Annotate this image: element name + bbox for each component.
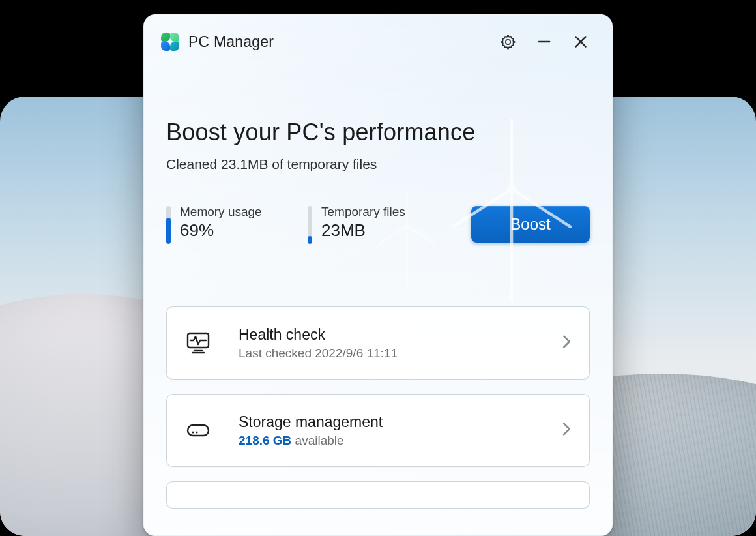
health-check-title: Health check [239,326,536,344]
hero-subhead: Cleaned 23.1MB of temporary files [166,156,590,172]
screenshot-stage: PC Manager [0,0,756,536]
storage-title: Storage management [239,413,536,431]
boost-button[interactable]: Boost [471,206,590,243]
svg-point-10 [505,39,510,44]
close-button[interactable] [562,27,599,56]
temp-files-metric: Temporary files 23MB [308,205,435,244]
storage-subtitle: 218.6 GB available [239,434,536,448]
storage-available-label: available [295,434,344,447]
memory-usage-value: 69% [180,220,262,241]
memory-usage-label: Memory usage [180,205,262,219]
temp-files-label: Temporary files [321,205,405,219]
chevron-right-icon [562,421,572,439]
svg-point-19 [196,432,198,434]
next-card-peek[interactable] [166,481,590,509]
storage-available-value: 218.6 GB [239,434,291,447]
svg-point-18 [192,432,194,434]
memory-usage-bar [166,206,171,244]
svg-rect-17 [188,425,209,436]
storage-management-card[interactable]: Storage management 218.6 GB available [166,394,590,467]
minimize-button[interactable] [526,27,562,56]
heartbeat-monitor-icon [184,331,212,355]
temp-files-value: 23MB [321,220,405,241]
minimize-icon [535,33,553,51]
temp-files-bar [308,206,312,244]
memory-usage-bar-fill [166,218,171,244]
title-bar: PC Manager [144,15,612,57]
pc-manager-logo [161,33,179,51]
temp-files-bar-fill [308,236,312,244]
close-icon [572,33,589,50]
chevron-right-icon [562,334,572,352]
hero-section: Boost your PC's performance Cleaned 23.1… [144,57,612,172]
pc-manager-window: PC Manager [143,14,613,536]
metrics-row: Memory usage 69% Temporary files 23MB Bo… [144,172,612,244]
health-check-card[interactable]: Health check Last checked 2022/9/6 11:11 [166,306,590,380]
memory-usage-metric: Memory usage 69% [166,205,293,244]
health-check-subtitle: Last checked 2022/9/6 11:11 [239,346,536,361]
storage-drive-icon [184,422,212,439]
app-title: PC Manager [188,33,274,51]
hero-headline: Boost your PC's performance [166,119,590,146]
cards-section: Health check Last checked 2022/9/6 11:11 [144,244,612,509]
settings-button[interactable] [489,27,526,56]
gear-icon [499,33,517,51]
